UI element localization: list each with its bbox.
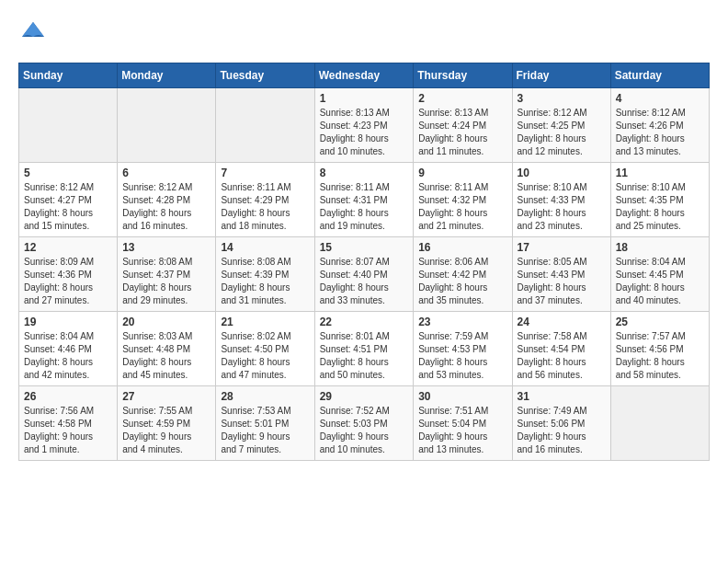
- day-cell: 12Sunrise: 8:09 AM Sunset: 4:36 PM Dayli…: [19, 237, 118, 312]
- day-cell: 9Sunrise: 8:11 AM Sunset: 4:32 PM Daylig…: [414, 163, 512, 237]
- day-number: 4: [616, 92, 704, 105]
- day-number: 24: [518, 316, 606, 328]
- day-cell: 14Sunrise: 8:08 AM Sunset: 4:39 PM Dayli…: [216, 237, 314, 312]
- day-info: Sunrise: 8:13 AM Sunset: 4:23 PM Dayligh…: [320, 107, 409, 158]
- day-number: 9: [418, 167, 506, 179]
- day-number: 12: [24, 241, 112, 254]
- day-info: Sunrise: 8:04 AM Sunset: 4:46 PM Dayligh…: [24, 330, 112, 382]
- day-info: Sunrise: 8:11 AM Sunset: 4:31 PM Dayligh…: [320, 181, 409, 233]
- day-info: Sunrise: 8:08 AM Sunset: 4:37 PM Dayligh…: [122, 256, 210, 307]
- day-info: Sunrise: 8:12 AM Sunset: 4:26 PM Dayligh…: [616, 107, 704, 158]
- logo-icon: [18, 18, 48, 48]
- day-number: 14: [221, 241, 309, 254]
- day-cell: 26Sunrise: 7:56 AM Sunset: 4:58 PM Dayli…: [19, 386, 118, 461]
- weekday-header-row: SundayMondayTuesdayWednesdayThursdayFrid…: [19, 63, 710, 88]
- day-number: 18: [616, 241, 704, 254]
- week-row-4: 19Sunrise: 8:04 AM Sunset: 4:46 PM Dayli…: [19, 312, 710, 386]
- day-number: 21: [221, 316, 309, 328]
- day-number: 17: [518, 241, 606, 254]
- day-number: 11: [616, 167, 704, 179]
- day-info: Sunrise: 8:06 AM Sunset: 4:42 PM Dayligh…: [418, 256, 506, 307]
- day-info: Sunrise: 8:07 AM Sunset: 4:40 PM Dayligh…: [320, 256, 409, 307]
- day-number: 10: [518, 167, 606, 179]
- day-info: Sunrise: 8:12 AM Sunset: 4:28 PM Dayligh…: [122, 181, 210, 233]
- day-cell: 23Sunrise: 7:59 AM Sunset: 4:53 PM Dayli…: [414, 312, 512, 386]
- day-cell: 24Sunrise: 7:58 AM Sunset: 4:54 PM Dayli…: [512, 312, 610, 386]
- page-header: [18, 18, 710, 48]
- day-info: Sunrise: 8:10 AM Sunset: 4:33 PM Dayligh…: [518, 181, 606, 233]
- day-info: Sunrise: 7:51 AM Sunset: 5:04 PM Dayligh…: [418, 405, 506, 456]
- day-cell: 31Sunrise: 7:49 AM Sunset: 5:06 PM Dayli…: [512, 386, 610, 461]
- day-number: 7: [221, 167, 309, 179]
- day-number: 31: [518, 390, 606, 403]
- day-cell: 2Sunrise: 8:13 AM Sunset: 4:24 PM Daylig…: [414, 88, 512, 163]
- day-info: Sunrise: 8:08 AM Sunset: 4:39 PM Dayligh…: [221, 256, 309, 307]
- day-info: Sunrise: 8:13 AM Sunset: 4:24 PM Dayligh…: [418, 107, 506, 158]
- day-number: 3: [518, 92, 606, 105]
- day-info: Sunrise: 8:11 AM Sunset: 4:32 PM Dayligh…: [418, 181, 506, 233]
- day-cell: [118, 88, 216, 163]
- day-cell: 29Sunrise: 7:52 AM Sunset: 5:03 PM Dayli…: [314, 386, 414, 461]
- day-info: Sunrise: 7:56 AM Sunset: 4:58 PM Dayligh…: [24, 405, 112, 456]
- day-cell: [19, 88, 118, 163]
- weekday-header-wednesday: Wednesday: [314, 63, 414, 88]
- day-number: 15: [320, 241, 409, 254]
- day-cell: 10Sunrise: 8:10 AM Sunset: 4:33 PM Dayli…: [512, 163, 610, 237]
- day-info: Sunrise: 8:03 AM Sunset: 4:48 PM Dayligh…: [122, 330, 210, 382]
- day-info: Sunrise: 7:57 AM Sunset: 4:56 PM Dayligh…: [616, 330, 704, 382]
- weekday-header-sunday: Sunday: [19, 63, 118, 88]
- day-cell: 1Sunrise: 8:13 AM Sunset: 4:23 PM Daylig…: [314, 88, 414, 163]
- day-cell: 7Sunrise: 8:11 AM Sunset: 4:29 PM Daylig…: [216, 163, 314, 237]
- day-cell: 15Sunrise: 8:07 AM Sunset: 4:40 PM Dayli…: [314, 237, 414, 312]
- weekday-header-saturday: Saturday: [610, 63, 709, 88]
- day-info: Sunrise: 8:05 AM Sunset: 4:43 PM Dayligh…: [518, 256, 606, 307]
- day-info: Sunrise: 7:53 AM Sunset: 5:01 PM Dayligh…: [221, 405, 309, 456]
- day-cell: [610, 386, 709, 461]
- weekday-header-friday: Friday: [512, 63, 610, 88]
- day-cell: 11Sunrise: 8:10 AM Sunset: 4:35 PM Dayli…: [610, 163, 709, 237]
- logo: [18, 18, 51, 48]
- day-number: 13: [122, 241, 210, 254]
- week-row-1: 1Sunrise: 8:13 AM Sunset: 4:23 PM Daylig…: [19, 88, 710, 163]
- day-number: 22: [320, 316, 409, 328]
- weekday-header-thursday: Thursday: [414, 63, 512, 88]
- weekday-header-tuesday: Tuesday: [216, 63, 314, 88]
- day-number: 19: [24, 316, 112, 328]
- day-cell: 25Sunrise: 7:57 AM Sunset: 4:56 PM Dayli…: [610, 312, 709, 386]
- week-row-3: 12Sunrise: 8:09 AM Sunset: 4:36 PM Dayli…: [19, 237, 710, 312]
- day-cell: 4Sunrise: 8:12 AM Sunset: 4:26 PM Daylig…: [610, 88, 709, 163]
- day-cell: 13Sunrise: 8:08 AM Sunset: 4:37 PM Dayli…: [118, 237, 216, 312]
- day-cell: 16Sunrise: 8:06 AM Sunset: 4:42 PM Dayli…: [414, 237, 512, 312]
- day-number: 8: [320, 167, 409, 179]
- day-info: Sunrise: 7:58 AM Sunset: 4:54 PM Dayligh…: [518, 330, 606, 382]
- day-info: Sunrise: 8:04 AM Sunset: 4:45 PM Dayligh…: [616, 256, 704, 307]
- day-info: Sunrise: 8:01 AM Sunset: 4:51 PM Dayligh…: [320, 330, 409, 382]
- week-row-5: 26Sunrise: 7:56 AM Sunset: 4:58 PM Dayli…: [19, 386, 710, 461]
- day-info: Sunrise: 7:59 AM Sunset: 4:53 PM Dayligh…: [418, 330, 506, 382]
- day-number: 29: [320, 390, 409, 403]
- day-number: 27: [122, 390, 210, 403]
- day-cell: 20Sunrise: 8:03 AM Sunset: 4:48 PM Dayli…: [118, 312, 216, 386]
- day-cell: 22Sunrise: 8:01 AM Sunset: 4:51 PM Dayli…: [314, 312, 414, 386]
- day-info: Sunrise: 7:49 AM Sunset: 5:06 PM Dayligh…: [518, 405, 606, 456]
- day-cell: 6Sunrise: 8:12 AM Sunset: 4:28 PM Daylig…: [118, 163, 216, 237]
- day-number: 28: [221, 390, 309, 403]
- weekday-header-monday: Monday: [118, 63, 216, 88]
- day-cell: 30Sunrise: 7:51 AM Sunset: 5:04 PM Dayli…: [414, 386, 512, 461]
- day-number: 16: [418, 241, 506, 254]
- day-number: 2: [418, 92, 506, 105]
- calendar-table: SundayMondayTuesdayWednesdayThursdayFrid…: [18, 63, 710, 461]
- day-number: 1: [320, 92, 409, 105]
- week-row-2: 5Sunrise: 8:12 AM Sunset: 4:27 PM Daylig…: [19, 163, 710, 237]
- day-cell: 5Sunrise: 8:12 AM Sunset: 4:27 PM Daylig…: [19, 163, 118, 237]
- day-info: Sunrise: 7:55 AM Sunset: 4:59 PM Dayligh…: [122, 405, 210, 456]
- day-cell: 19Sunrise: 8:04 AM Sunset: 4:46 PM Dayli…: [19, 312, 118, 386]
- day-cell: 28Sunrise: 7:53 AM Sunset: 5:01 PM Dayli…: [216, 386, 314, 461]
- day-info: Sunrise: 8:12 AM Sunset: 4:27 PM Dayligh…: [24, 181, 112, 233]
- day-info: Sunrise: 8:02 AM Sunset: 4:50 PM Dayligh…: [221, 330, 309, 382]
- day-cell: 27Sunrise: 7:55 AM Sunset: 4:59 PM Dayli…: [118, 386, 216, 461]
- day-number: 6: [122, 167, 210, 179]
- day-cell: [216, 88, 314, 163]
- day-cell: 3Sunrise: 8:12 AM Sunset: 4:25 PM Daylig…: [512, 88, 610, 163]
- day-info: Sunrise: 8:11 AM Sunset: 4:29 PM Dayligh…: [221, 181, 309, 233]
